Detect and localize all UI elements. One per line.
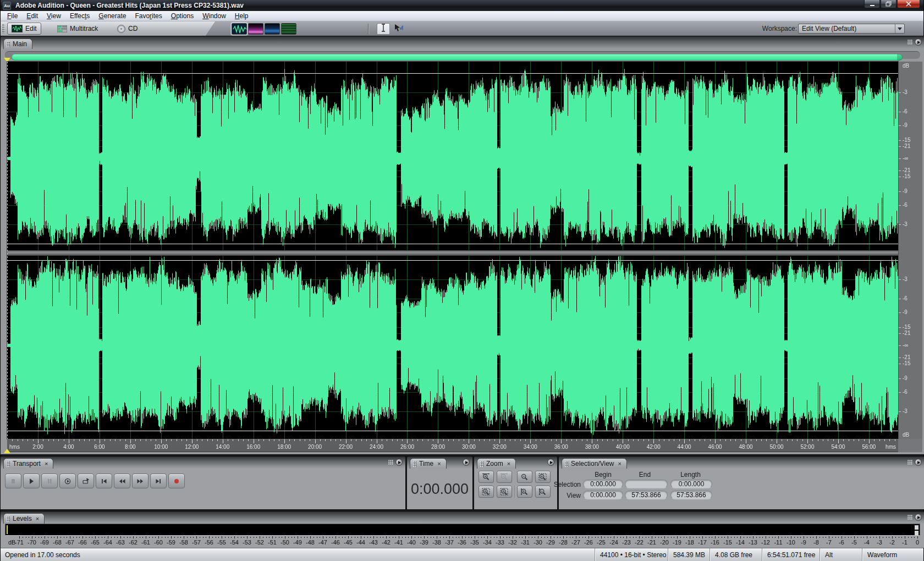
- tab-zoom[interactable]: Zoom ×: [477, 458, 516, 469]
- pause-button[interactable]: [41, 474, 58, 488]
- selection-end-field[interactable]: [625, 480, 668, 488]
- levels-panel: Levels ×: [1, 512, 924, 548]
- tab-grip-icon: [7, 516, 10, 522]
- go-to-end-button[interactable]: [150, 474, 167, 488]
- disk-time-free-status: 6:54:51.071 free: [762, 548, 820, 561]
- stop-button[interactable]: [5, 474, 21, 488]
- sample-format-status: 44100 • 16-bit • Stereo: [595, 548, 668, 561]
- menu-help[interactable]: Help: [230, 11, 253, 21]
- spectral-pan-view-button[interactable]: [265, 23, 280, 35]
- toolbar-grip-handle[interactable]: [2, 24, 5, 34]
- selection-begin-field[interactable]: 0:00.000: [583, 480, 623, 488]
- toolbar-separator: [368, 24, 369, 34]
- workspace-dropdown-arrow[interactable]: [895, 24, 904, 33]
- tab-time[interactable]: Time ×: [410, 458, 447, 469]
- playhead-marker-bottom-icon[interactable]: [4, 449, 10, 453]
- timeline-ruler[interactable]: [7, 439, 898, 452]
- zoom-in-right-edge-selection-button[interactable]: [497, 486, 512, 498]
- menu-view[interactable]: View: [42, 11, 65, 21]
- panel-menu-button[interactable]: [915, 38, 922, 46]
- adobe-audition-window: Au Adobe Audition - Queen - Greatest Hit…: [0, 0, 924, 561]
- menu-effects[interactable]: Effects: [65, 11, 94, 21]
- panel-menu-button[interactable]: [547, 459, 554, 466]
- selection-length-field[interactable]: 0:00.000: [670, 480, 712, 488]
- levels-tab-row: Levels ×: [1, 512, 924, 524]
- scrub-tool-button[interactable]: [392, 23, 405, 35]
- edit-view-label: Edit: [25, 25, 37, 32]
- menu-favorites[interactable]: Favorites: [130, 11, 166, 21]
- overview-scroll-bar[interactable]: [12, 54, 903, 61]
- view-end-field[interactable]: 57:53.866: [625, 491, 668, 499]
- cd-view-button[interactable]: CD: [113, 23, 141, 35]
- tab-zoom-label: Zoom: [486, 460, 503, 468]
- minimize-button[interactable]: [864, 0, 880, 8]
- menu-generate[interactable]: Generate: [94, 11, 130, 21]
- zoom-to-selection-button[interactable]: [535, 471, 551, 483]
- restore-button[interactable]: [881, 0, 897, 8]
- disk-space-status: 4.08 GB free: [710, 548, 762, 561]
- rewind-button[interactable]: [114, 474, 130, 488]
- tab-selection-view[interactable]: Selection/View ×: [562, 458, 627, 469]
- cd-view-icon: [117, 25, 125, 33]
- waveform-view-button[interactable]: [232, 23, 247, 35]
- zoom-out-vertically-button[interactable]: [535, 486, 551, 498]
- tab-grip-icon: [7, 41, 10, 47]
- panel-menu-button[interactable]: [463, 459, 470, 466]
- panel-close-button[interactable]: ×: [506, 461, 510, 466]
- go-to-beginning-button[interactable]: [96, 474, 112, 488]
- panel-menu-button[interactable]: [915, 459, 922, 466]
- transport-tab-row: Transport ×: [1, 457, 405, 469]
- title-bar[interactable]: Au Adobe Audition - Queen - Greatest Hit…: [1, 0, 923, 11]
- waveform-canvas[interactable]: [7, 62, 898, 439]
- menu-options[interactable]: Options: [167, 11, 198, 21]
- zoom-in-horizontally-button[interactable]: [479, 471, 494, 483]
- time-panel: Time × 0:00.000: [407, 457, 472, 509]
- tab-main[interactable]: Main: [3, 38, 32, 49]
- play-button[interactable]: [23, 474, 40, 488]
- multitrack-view-button[interactable]: Multitrack: [53, 23, 102, 35]
- zoom-out-horizontally-button[interactable]: [497, 471, 512, 483]
- playhead-cursor[interactable]: [7, 62, 8, 439]
- amplitude-db-ruler[interactable]: [898, 62, 922, 439]
- level-meter[interactable]: [5, 524, 920, 536]
- file-size-status: 584.39 MB: [668, 548, 710, 561]
- menu-edit[interactable]: Edit: [22, 11, 42, 21]
- time-display[interactable]: 0:00.000: [407, 481, 472, 498]
- spectral-frequency-view-button[interactable]: [248, 23, 263, 35]
- panel-close-button[interactable]: ×: [43, 461, 48, 466]
- tab-transport[interactable]: Transport ×: [3, 458, 53, 469]
- column-begin-label: Begin: [583, 471, 623, 479]
- time-selection-tool-button[interactable]: [377, 23, 390, 35]
- play-looped-button[interactable]: [78, 474, 94, 488]
- panel-menu-button[interactable]: [395, 459, 403, 466]
- panel-menu-button[interactable]: [915, 514, 922, 521]
- fast-forward-button[interactable]: [132, 474, 148, 488]
- panel-close-button[interactable]: ×: [617, 461, 622, 466]
- view-begin-field[interactable]: 0:00.000: [583, 491, 623, 499]
- menu-window[interactable]: Window: [198, 11, 230, 21]
- edit-view-button[interactable]: Edit: [7, 23, 41, 35]
- menu-file[interactable]: File: [3, 11, 22, 21]
- toolbar: Edit Multitrack CD Workspace: Edit View …: [1, 21, 923, 36]
- workspace-dropdown[interactable]: Edit View (Default): [798, 24, 905, 34]
- play-from-cursor-button[interactable]: [59, 474, 76, 488]
- close-button[interactable]: [897, 0, 920, 8]
- tab-levels[interactable]: Levels ×: [3, 513, 45, 524]
- tab-selection-view-label: Selection/View: [571, 460, 614, 468]
- menu-bar: FileEditViewEffectsGenerateFavoritesOpti…: [1, 11, 923, 21]
- selection-view-body: Begin End Length Selection View 0:00.000…: [559, 469, 924, 509]
- zoom-out-full-button[interactable]: [517, 471, 532, 483]
- zoom-in-vertically-button[interactable]: [517, 486, 532, 498]
- overview-scroll-track[interactable]: [5, 51, 920, 59]
- spectral-phase-view-button[interactable]: [281, 23, 296, 35]
- clip-indicator-left[interactable]: [915, 525, 919, 530]
- app-icon[interactable]: Au: [3, 2, 11, 10]
- panel-close-button[interactable]: ×: [436, 461, 441, 466]
- clip-indicator-right[interactable]: [915, 531, 919, 535]
- record-button[interactable]: [168, 474, 185, 488]
- selection-view-tab-row: Selection/View ×: [559, 457, 924, 469]
- workspace-label: Workspace:: [762, 25, 797, 32]
- view-length-field[interactable]: 57:53.866: [670, 491, 712, 499]
- zoom-in-left-edge-selection-button[interactable]: [479, 486, 494, 498]
- panel-close-button[interactable]: ×: [35, 516, 39, 521]
